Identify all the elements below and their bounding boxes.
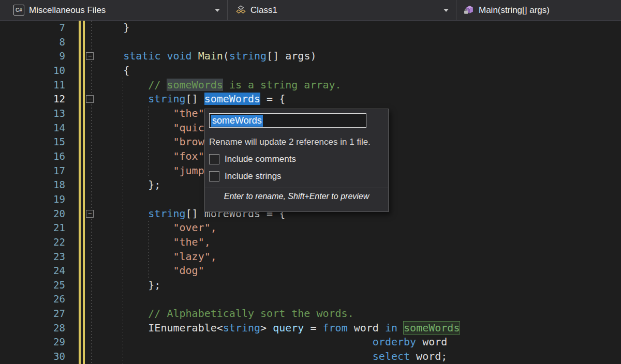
code-token xyxy=(98,221,173,234)
code-token: [] xyxy=(186,93,204,105)
project-dropdown[interactable]: C# Miscellaneous Files xyxy=(0,0,228,20)
code-token: // Alphabetically sort the words. xyxy=(148,307,353,320)
code-token: someWords xyxy=(167,79,223,91)
fold-collapse-toggle[interactable]: − xyxy=(86,95,94,103)
code-token: "the", xyxy=(173,236,211,248)
line-number: 24 xyxy=(0,264,72,278)
chevron-down-icon xyxy=(443,9,449,12)
code-token: [] xyxy=(186,207,204,220)
fold-margin xyxy=(72,149,98,164)
fold-margin xyxy=(72,64,98,78)
code-line[interactable]: } xyxy=(98,21,129,35)
code-line[interactable]: "fox", xyxy=(98,149,211,164)
code-line-row: 23 "lazy", xyxy=(0,250,621,264)
class-icon xyxy=(236,5,246,15)
code-token: > xyxy=(260,322,273,334)
code-token: [] args) xyxy=(267,50,316,62)
code-line[interactable]: select word; xyxy=(98,350,447,364)
fold-collapse-toggle[interactable]: − xyxy=(86,52,94,60)
code-line-row: 11 // someWords is a string array. xyxy=(0,78,621,93)
code-token xyxy=(98,264,173,277)
code-token xyxy=(98,250,173,263)
code-token xyxy=(98,79,148,91)
fold-collapse-toggle[interactable]: − xyxy=(86,210,94,218)
code-token xyxy=(98,336,373,348)
code-editor: 7 }89− static void Main(string[] args)10… xyxy=(0,21,621,364)
code-line[interactable]: // someWords is a string array. xyxy=(98,78,342,93)
code-line[interactable]: orderby word xyxy=(98,335,447,350)
fold-margin xyxy=(72,278,98,293)
fold-margin xyxy=(72,78,98,93)
code-token xyxy=(98,93,148,105)
code-token: "dog" xyxy=(173,264,204,277)
rename-message: Rename will update 2 references in 1 fil… xyxy=(209,137,383,147)
class-dropdown[interactable]: Class1 xyxy=(228,0,456,20)
code-line[interactable]: "the", xyxy=(98,107,211,121)
code-token: word; xyxy=(410,350,447,362)
code-line-row: 24 "dog" xyxy=(0,264,621,278)
code-line[interactable]: "dog" xyxy=(98,264,204,278)
include-strings-checkbox[interactable]: Include strings xyxy=(209,171,383,181)
code-line-row: 25 }; xyxy=(0,278,621,293)
line-number: 23 xyxy=(0,250,72,264)
fold-margin xyxy=(72,35,98,50)
private-method-icon xyxy=(464,5,474,15)
code-token: word xyxy=(416,336,447,348)
code-token: someWords xyxy=(404,322,460,334)
line-number: 13 xyxy=(0,107,72,121)
line-number: 21 xyxy=(0,221,72,235)
code-token xyxy=(98,122,173,134)
code-token: { xyxy=(98,64,129,77)
code-line[interactable]: "jumps" xyxy=(98,164,217,178)
include-comments-checkbox[interactable]: Include comments xyxy=(209,154,383,164)
line-number: 20 xyxy=(0,207,72,221)
code-line[interactable]: "the", xyxy=(98,235,211,250)
code-line[interactable]: }; xyxy=(98,178,160,192)
fold-margin xyxy=(72,250,98,264)
code-token xyxy=(98,207,148,220)
fold-margin xyxy=(72,178,98,192)
code-line[interactable]: IEnumerable<string> query = from word in… xyxy=(98,321,460,336)
code-token: static xyxy=(123,50,160,62)
checkbox-icon[interactable] xyxy=(209,171,219,181)
code-token xyxy=(98,322,148,334)
code-line[interactable]: string[] someWords = { xyxy=(98,92,285,107)
fold-margin xyxy=(72,192,98,207)
code-token: is a string array. xyxy=(223,79,342,91)
code-token: "lazy", xyxy=(173,250,217,263)
fold-margin xyxy=(72,335,98,350)
code-line[interactable]: "over", xyxy=(98,221,217,235)
navigation-bar: C# Miscellaneous Files Class1 xyxy=(0,0,621,21)
member-dropdown-label: Main(string[] args) xyxy=(479,5,550,16)
code-line-row: 30 select word; xyxy=(0,350,621,364)
code-line-row: 9− static void Main(string[] args) xyxy=(0,49,621,64)
fold-margin xyxy=(72,135,98,149)
code-token: in xyxy=(385,322,397,334)
code-token xyxy=(98,307,148,320)
fold-margin xyxy=(72,235,98,250)
code-line[interactable]: }; xyxy=(98,278,160,293)
code-token xyxy=(98,164,173,177)
fold-margin: − xyxy=(72,92,98,107)
member-dropdown[interactable]: Main(string[] args) xyxy=(456,0,621,20)
rename-input[interactable]: someWords xyxy=(209,113,366,128)
fold-margin xyxy=(72,350,98,364)
fold-margin: − xyxy=(72,207,98,221)
code-line[interactable]: { xyxy=(98,64,129,78)
code-line[interactable]: "lazy", xyxy=(98,250,217,264)
fold-margin xyxy=(72,221,98,235)
checkbox-icon[interactable] xyxy=(209,154,219,164)
line-number: 15 xyxy=(0,135,72,149)
line-number: 22 xyxy=(0,235,72,250)
code-line[interactable]: // Alphabetically sort the words. xyxy=(98,307,354,321)
rename-input-selected-text: someWords xyxy=(211,115,263,127)
code-token: }; xyxy=(98,279,160,291)
code-token xyxy=(98,50,123,62)
code-token xyxy=(98,350,373,362)
line-number: 12 xyxy=(0,92,72,107)
code-line-row: 22 "the", xyxy=(0,235,621,250)
code-token: void xyxy=(167,50,191,62)
code-token xyxy=(98,107,173,119)
code-line[interactable]: static void Main(string[] args) xyxy=(98,49,316,64)
code-line-row: 12− string[] someWords = { xyxy=(0,92,621,107)
